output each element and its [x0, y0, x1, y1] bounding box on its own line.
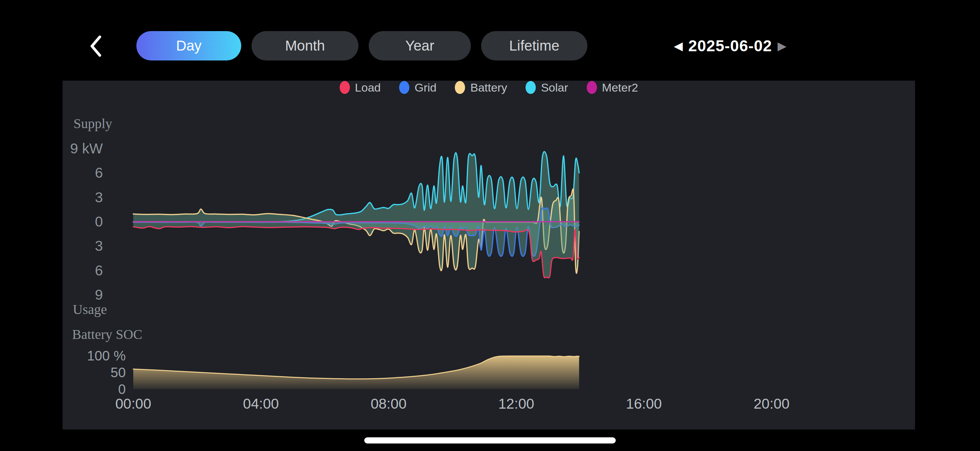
supply-axis-label: Supply — [73, 116, 112, 132]
usage-axis-label: Usage — [73, 301, 107, 318]
back-button[interactable] — [82, 32, 109, 60]
x-tick-label: 20:00 — [754, 395, 789, 412]
tab-lifetime[interactable]: Lifetime — [481, 31, 587, 60]
x-tick-label: 00:00 — [115, 395, 151, 412]
chevron-left-icon — [88, 35, 103, 58]
x-tick-label: 16:00 — [626, 395, 662, 412]
prev-date-button[interactable]: ◀ — [674, 40, 683, 52]
tab-day[interactable]: Day — [136, 31, 241, 60]
chart-plot-area[interactable] — [62, 81, 915, 429]
period-tabs: DayMonthYearLifetime — [136, 31, 587, 60]
y-tick-label: 3 — [62, 238, 103, 254]
y-tick-label: 6 — [62, 262, 103, 279]
x-tick-label: 04:00 — [243, 395, 279, 412]
y-tick-label: 0 — [62, 214, 103, 230]
y-tick-label: 3 — [62, 189, 103, 206]
header: DayMonthYearLifetime ◀ 2025-06-02 ▶ — [0, 0, 980, 81]
date-navigator: ◀ 2025-06-02 ▶ — [674, 31, 787, 60]
y-tick-label: 6 — [62, 165, 103, 181]
soc-tick-label: 100 % — [62, 348, 126, 364]
y-tick-label: 9 — [62, 287, 103, 303]
soc-tick-label: 0 — [62, 382, 126, 397]
next-date-button[interactable]: ▶ — [777, 40, 786, 52]
y-tick-label: 9 kW — [62, 140, 103, 157]
tab-month[interactable]: Month — [251, 31, 358, 60]
chart-panel: LoadGridBatterySolarMeter2 SupplyUsageBa… — [62, 81, 915, 429]
soc-tick-label: 50 — [62, 365, 126, 380]
x-tick-label: 12:00 — [498, 395, 534, 412]
x-tick-label: 08:00 — [371, 395, 407, 412]
home-indicator-bar[interactable] — [364, 437, 616, 443]
tab-year[interactable]: Year — [369, 31, 471, 60]
battery-soc-axis-label: Battery SOC — [72, 326, 143, 342]
current-date-label: 2025-06-02 — [688, 37, 772, 55]
